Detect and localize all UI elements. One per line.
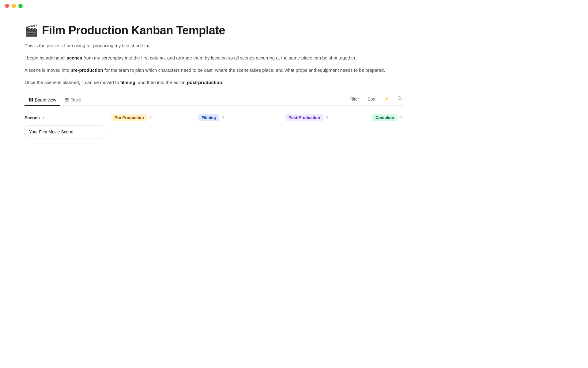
desc3-prefix: A scene is moved into	[24, 67, 70, 73]
lightning-icon: ⚡	[384, 97, 389, 101]
description-p2: I begin by adding all scenes from my scr…	[24, 54, 404, 62]
column-count-scenes: 1	[42, 116, 44, 120]
tab-board-view[interactable]: Board view	[24, 95, 60, 106]
column-header-pre-production: Pre-Production0	[111, 113, 191, 122]
page-title-area: 🎬 Film Production Kanban Template	[24, 24, 404, 37]
close-button[interactable]	[5, 4, 9, 8]
title-emoji: 🎬	[24, 24, 38, 37]
column-label-filming: Filming	[198, 114, 219, 121]
main-content: 🎬 Film Production Kanban Template This i…	[0, 12, 429, 151]
minimize-button[interactable]	[12, 4, 16, 8]
column-count-pre-production: 0	[149, 115, 152, 120]
sort-button[interactable]: Sort	[366, 95, 377, 103]
filter-label: Filter	[349, 97, 359, 102]
svg-rect-3	[65, 98, 69, 99]
board-view-icon	[29, 98, 33, 103]
column-label-scenes: Scenes	[24, 114, 40, 121]
description-p1: This is the process I am using for produ…	[24, 42, 404, 49]
kanban-card-scenes-0[interactable]: Your First Movie Scene	[24, 125, 104, 138]
maximize-button[interactable]	[18, 4, 23, 8]
svg-rect-4	[65, 99, 69, 100]
kanban-column-complete: Complete0	[372, 113, 452, 137]
column-label-complete: Complete	[372, 114, 397, 121]
desc4-end: .	[222, 80, 223, 85]
kanban-column-scenes: Scenes1Your First Movie Scene	[24, 113, 104, 138]
column-count-filming: 0	[221, 115, 224, 120]
desc4-bold2: post-production	[187, 80, 222, 85]
column-count-complete: 0	[399, 115, 401, 120]
description-block: This is the process I am using for produ…	[24, 42, 404, 86]
table-icon	[65, 98, 69, 103]
column-count-post-production: 0	[326, 115, 328, 120]
search-icon	[398, 96, 402, 102]
description-p3: A scene is moved into pre-production for…	[24, 67, 404, 74]
column-header-post-production: Post-Production0	[285, 113, 365, 122]
column-label-pre-production: Pre-Production	[111, 114, 147, 121]
lightning-button[interactable]: ⚡	[382, 95, 391, 102]
svg-rect-1	[31, 98, 32, 102]
desc3-bold: pre-production	[70, 67, 103, 73]
desc2-bold: scenes	[67, 55, 82, 60]
svg-rect-5	[65, 101, 69, 102]
search-button[interactable]	[396, 95, 404, 103]
desc4-bold1: filming	[120, 80, 135, 85]
svg-rect-0	[29, 98, 30, 102]
desc2-suffix: from my screenplay into the first column…	[82, 55, 356, 60]
kanban-column-post-production: Post-Production0	[285, 113, 365, 137]
views-tabs: Board view Table	[24, 95, 85, 105]
svg-rect-2	[32, 98, 33, 102]
desc2-prefix: I begin by adding all	[24, 55, 67, 60]
toolbar-right: Filter Sort ⚡	[348, 95, 404, 105]
titlebar	[0, 0, 588, 12]
svg-line-7	[401, 99, 402, 100]
column-header-filming: Filming0	[198, 113, 278, 122]
table-label: Table	[71, 98, 81, 102]
sort-label: Sort	[368, 97, 375, 102]
column-header-scenes: Scenes1	[24, 113, 104, 122]
desc4-prefix: Once the scene is planned, it can be mov…	[24, 80, 120, 85]
page-title: Film Production Kanban Template	[42, 24, 225, 37]
filter-button[interactable]: Filter	[348, 95, 361, 103]
column-header-complete: Complete0	[372, 113, 452, 122]
column-label-post-production: Post-Production	[285, 114, 323, 121]
desc4-middle: , and then into the edit in	[135, 80, 187, 85]
kanban-board: Scenes1Your First Movie ScenePre-Product…	[24, 113, 404, 138]
board-view-label: Board view	[35, 98, 56, 102]
kanban-column-pre-production: Pre-Production0	[111, 113, 191, 137]
description-p4: Once the scene is planned, it can be mov…	[24, 79, 404, 86]
kanban-column-filming: Filming0	[198, 113, 278, 137]
tab-table[interactable]: Table	[60, 95, 85, 106]
views-bar: Board view Table Filter Sort	[24, 95, 404, 106]
desc3-suffix: for the team to plan which characters ne…	[103, 67, 385, 73]
